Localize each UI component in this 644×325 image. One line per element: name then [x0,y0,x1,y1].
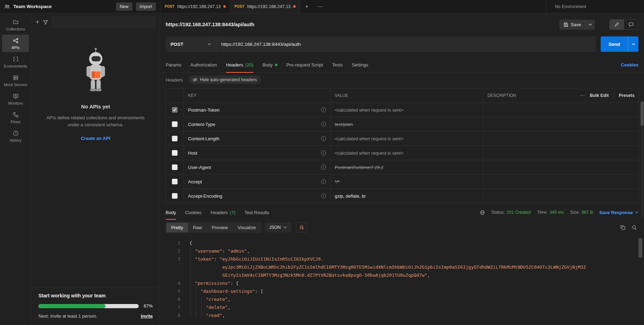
scrollbar-thumb[interactable] [641,101,644,126]
response-body-viewer[interactable]: 1{ 2 "username": "admin", 3 "token": "ey… [160,235,644,325]
row-checkbox[interactable] [172,136,178,141]
create-api-link[interactable]: Create an API [81,136,110,141]
send-button[interactable]: Send [601,36,628,52]
header-value[interactable]: <calculated when request is sent> [335,150,404,156]
view-preview[interactable]: Preview [207,223,233,232]
network-icon[interactable] [480,210,485,215]
add-tab-button[interactable]: + [300,0,313,13]
method-select[interactable]: POST [166,36,216,52]
header-description[interactable] [483,189,639,203]
sidebar-item-monitors[interactable]: Monitors [2,90,29,108]
import-button[interactable]: Import [136,2,156,11]
tab-pre-request-script[interactable]: Pre-request Script [287,57,323,72]
new-button[interactable]: New [116,2,132,11]
bulk-edit-button[interactable]: Bulk Edit [590,93,609,98]
tab-more-icon[interactable]: ⋯ [313,0,327,13]
sidebar-search-input[interactable] [52,17,155,27]
environment-selector[interactable]: No Environment [546,0,644,13]
sidebar-item-apis[interactable]: APIs [2,35,29,52]
wrap-lines-button[interactable] [296,222,307,232]
header-key[interactable]: Host [188,150,197,156]
header-row-postman-token[interactable]: Postman-Tokeni <calculated when request … [166,103,639,117]
header-value[interactable]: text/plain [335,122,353,127]
response-tab-test-results[interactable]: Test Results [245,205,269,219]
tab-settings[interactable]: Settings [352,57,368,72]
header-description[interactable] [483,175,639,189]
row-checkbox[interactable] [172,121,178,127]
save-response-button[interactable]: Save Response [599,210,638,215]
row-checkbox[interactable] [172,150,178,156]
header-description[interactable] [483,103,639,117]
response-tab-headers[interactable]: Headers(7) [211,205,236,219]
url-input[interactable] [216,36,596,52]
info-icon: i [321,107,326,112]
response-tab-cookies[interactable]: Cookies [185,205,202,219]
tab-body[interactable]: Body [262,57,277,72]
filter-icon[interactable] [43,20,48,25]
add-icon[interactable]: + [36,19,39,25]
sidebar-item-flows[interactable]: Flows [2,109,29,126]
view-visualize[interactable]: Visualize [233,223,261,232]
sidebar-item-mock-servers[interactable]: Mock Servers [2,72,29,89]
header-value[interactable]: <calculated when request is sent> [335,136,404,141]
tab-tests[interactable]: Tests [332,57,342,72]
header-row-accept[interactable]: Accepti */* [166,174,639,189]
code-scrollbar[interactable] [638,238,642,257]
row-checkbox[interactable] [172,164,178,170]
row-checkbox[interactable] [172,179,178,184]
comment-button[interactable] [624,20,638,29]
request-tab-2[interactable]: POST https://192.168.247.13 [230,0,300,13]
tab-label: Authorization [190,62,217,68]
header-row-content-type[interactable]: Content-Typei text/plain [166,117,639,131]
col-value: VALUE [330,89,483,103]
header-value[interactable]: PostmanRuntime/7.29.2 [335,165,383,170]
header-value[interactable]: gzip, deflate, br [335,193,366,199]
sidebar-item-environments[interactable]: Environments [2,53,29,71]
header-row-host[interactable]: Hosti <calculated when request is sent> [166,146,639,160]
request-tab-1[interactable]: POST https://192.168.247.13 [160,0,230,13]
copy-button[interactable] [619,224,627,232]
workspace-name[interactable]: Team Workspace [13,4,52,9]
code-line: 1{ [165,239,644,247]
header-description[interactable] [483,146,639,160]
header-key[interactable]: Postman-Token [188,107,219,113]
sidebar-item-history[interactable]: History [2,127,29,145]
header-row-accept-encoding[interactable]: Accept-Encodingi gzip, deflate, br [166,189,639,203]
header-key[interactable]: Content-Type [188,122,215,127]
header-description[interactable] [483,160,639,174]
format-select[interactable]: JSON [265,222,291,232]
header-key[interactable]: Accept-Encoding [188,193,222,199]
header-key[interactable]: User-Agent [188,165,211,170]
header-key[interactable]: Content-Length [188,136,219,141]
more-options-icon[interactable]: ⋯ [580,92,585,99]
indent-guide [190,247,191,317]
save-button[interactable]: Save [559,20,585,30]
hide-autogenerated-toggle[interactable]: Hide auto-generated headers [188,76,261,84]
header-key[interactable]: Accept [188,179,202,184]
cookies-link[interactable]: Cookies [621,62,638,68]
sidebar-item-collections[interactable]: Collections [2,16,29,34]
save-options-button[interactable] [585,20,595,30]
row-checkbox[interactable] [172,193,178,199]
edit-button[interactable] [610,20,624,29]
header-value[interactable]: <calculated when request is sent> [335,107,404,113]
invite-link[interactable]: Invite [141,313,153,319]
header-row-user-agent[interactable]: User-Agenti PostmanRuntime/7.29.2 [166,160,639,174]
wrap-lines-icon [299,225,304,230]
header-description[interactable] [483,132,639,146]
row-checkbox[interactable] [172,107,178,113]
tab-params[interactable]: Params [166,57,181,72]
tab-authorization[interactable]: Authorization [190,57,217,72]
response-tab-body[interactable]: Body [166,205,176,219]
header-description[interactable] [483,117,639,131]
send-options-button[interactable] [628,36,638,52]
tab-headers[interactable]: Headers(20) [226,57,253,72]
view-raw[interactable]: Raw [188,223,207,232]
view-pretty[interactable]: Pretty [166,223,188,232]
header-row-content-length[interactable]: Content-Lengthi <calculated when request… [166,131,639,146]
search-button[interactable] [630,224,638,232]
presets-button[interactable]: Presets [619,93,635,98]
table-scrollbar[interactable] [641,101,644,217]
header-value[interactable]: */* [335,179,340,184]
sidebar-header: + [31,13,160,30]
